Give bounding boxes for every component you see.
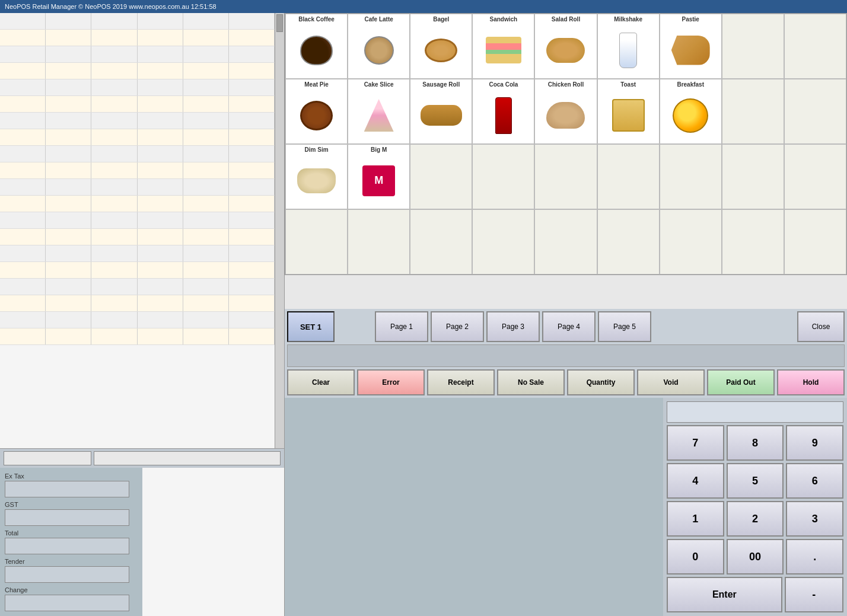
table-row [0, 328, 275, 345]
numpad-9[interactable]: 9 [786, 425, 843, 461]
tender-group: Tender [5, 558, 138, 583]
input-row [0, 448, 284, 468]
error-button[interactable]: Error [357, 369, 425, 395]
page2-button[interactable]: Page 2 [431, 311, 484, 342]
change-label: Change [5, 586, 138, 593]
product-empty-11 [784, 144, 846, 209]
table-row [0, 262, 275, 279]
product-sausage-roll[interactable]: Sausage Roll [410, 79, 472, 144]
page3-button[interactable]: Page 3 [486, 311, 540, 342]
numpad-7[interactable]: 7 [667, 425, 724, 461]
product-image [297, 168, 336, 193]
table-row [0, 113, 275, 129]
gst-input [5, 509, 129, 526]
enter-button[interactable]: Enter [667, 577, 782, 612]
product-image [486, 37, 521, 63]
numpad-00[interactable]: 00 [727, 539, 784, 574]
gst-group: GST [5, 501, 138, 526]
product-chicken-roll[interactable]: Chicken Roll [534, 79, 597, 144]
page5-button[interactable]: Page 5 [598, 311, 651, 342]
table-row [0, 30, 275, 46]
product-image [300, 36, 333, 65]
product-toast[interactable]: Toast [597, 79, 660, 144]
title-bar: NeoPOS Retail Manager © NeoPOS 2019 www.… [0, 0, 847, 13]
product-empty-14 [410, 209, 472, 275]
bottom-middle [285, 398, 663, 616]
product-empty-20 [784, 209, 846, 275]
quantity-button[interactable]: Quantity [567, 369, 635, 395]
numpad-area: 7 8 9 4 5 6 1 2 3 0 00 . Enter - [663, 398, 847, 616]
product-empty-3 [722, 79, 784, 144]
product-black-coffee[interactable]: Black Coffee [285, 14, 348, 79]
product-empty-17 [597, 209, 660, 275]
product-grid-container: Black Coffee Cafe Latte Bagel Sandwich S… [285, 13, 847, 309]
product-empty-10 [722, 144, 784, 209]
action-buttons-row: Clear Error Receipt No Sale Quantity Voi… [287, 369, 845, 395]
table-row [0, 129, 275, 146]
paid-out-button[interactable]: Paid Out [707, 369, 775, 395]
numpad-4[interactable]: 4 [667, 463, 724, 499]
no-sale-button[interactable]: No Sale [497, 369, 565, 395]
numpad-5[interactable]: 5 [727, 463, 784, 499]
receipt-button[interactable]: Receipt [427, 369, 495, 395]
product-dim-sim[interactable]: Dim Sim [285, 144, 348, 209]
transaction-input-large[interactable] [94, 451, 281, 465]
enter-row: Enter - [667, 577, 843, 612]
table-row [0, 13, 275, 30]
numpad-grid: 7 8 9 4 5 6 1 2 3 0 00 . [667, 425, 843, 574]
product-empty-4 [784, 79, 846, 144]
numpad-3[interactable]: 3 [786, 501, 843, 537]
total-group: Total [5, 529, 138, 554]
product-coca-cola[interactable]: Coca Cola [472, 79, 534, 144]
product-breakfast[interactable]: Breakfast [660, 79, 722, 144]
product-meat-pie[interactable]: Meat Pie [285, 79, 348, 144]
page1-button[interactable]: Page 1 [375, 311, 428, 342]
numpad-1[interactable]: 1 [667, 501, 724, 537]
table-row [0, 63, 275, 79]
tender-label: Tender [5, 558, 138, 565]
ex-tax-input [5, 481, 129, 497]
product-salad-roll[interactable]: Salad Roll [534, 14, 597, 79]
product-big-m[interactable]: Big M M [348, 144, 410, 209]
page4-button[interactable]: Page 4 [542, 311, 596, 342]
change-input [5, 595, 129, 611]
product-cafe-latte[interactable]: Cafe Latte [348, 14, 410, 79]
numpad-8[interactable]: 8 [727, 425, 784, 461]
product-bagel[interactable]: Bagel [410, 14, 472, 79]
product-cake-slice[interactable]: Cake Slice [348, 79, 410, 144]
hold-button[interactable]: Hold [777, 369, 845, 395]
numpad-6[interactable]: 6 [786, 463, 843, 499]
void-button[interactable]: Void [637, 369, 705, 395]
empty-buttons-row [287, 344, 845, 367]
minus-button[interactable]: - [785, 577, 843, 612]
scrollbar[interactable] [275, 13, 284, 448]
close-button[interactable]: Close [797, 311, 845, 342]
product-image [619, 33, 637, 68]
product-pastie[interactable]: Pastie [660, 14, 722, 79]
scroll-thumb[interactable] [276, 14, 283, 32]
financial-fields: Ex Tax GST Total Tender Change [0, 468, 142, 616]
product-image [425, 39, 457, 62]
product-empty-19 [722, 209, 784, 275]
product-empty-16 [534, 209, 597, 275]
ex-tax-label: Ex Tax [5, 473, 138, 480]
product-sandwich[interactable]: Sandwich [472, 14, 534, 79]
table-row [0, 196, 275, 212]
product-milkshake[interactable]: Milkshake [597, 14, 660, 79]
product-empty-2 [784, 14, 846, 79]
table-row [0, 212, 275, 229]
product-empty-8 [597, 144, 660, 209]
numpad-2[interactable]: 2 [727, 501, 784, 537]
transaction-table [0, 13, 275, 448]
controls-area: SET 1 Page 1 Page 2 Page 3 Page 4 Page 5… [285, 309, 847, 398]
table-row [0, 146, 275, 162]
numpad-0[interactable]: 0 [667, 539, 724, 574]
product-image [612, 99, 645, 132]
clear-button[interactable]: Clear [287, 369, 355, 395]
product-empty-5 [410, 144, 472, 209]
numpad-dot[interactable]: . [786, 539, 843, 574]
transaction-input-small[interactable] [4, 451, 91, 465]
set1-button[interactable]: SET 1 [287, 311, 335, 342]
table-row [0, 245, 275, 262]
product-empty-18 [660, 209, 722, 275]
